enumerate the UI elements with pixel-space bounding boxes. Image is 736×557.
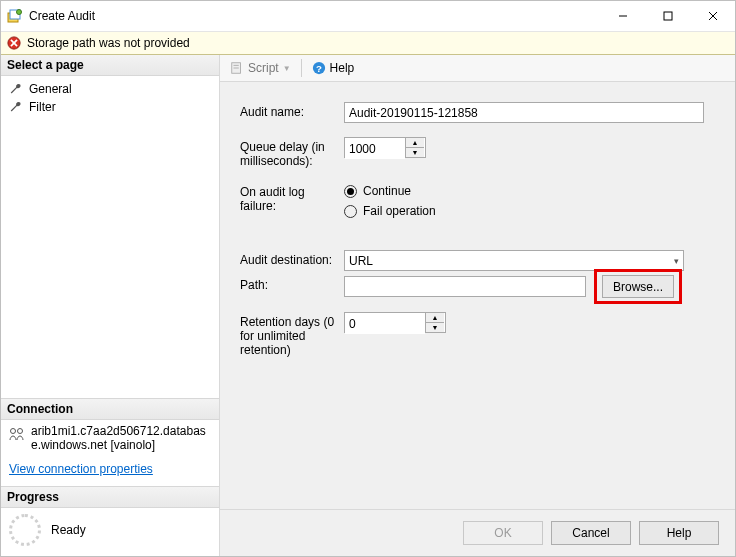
- spin-up-icon[interactable]: ▲: [426, 313, 444, 323]
- view-connection-properties-link[interactable]: View connection properties: [1, 460, 219, 486]
- retention-spinner[interactable]: ▲ ▼: [344, 312, 446, 333]
- page-item-label: Filter: [29, 100, 56, 114]
- retention-label: Retention days (0 for unlimited retentio…: [240, 312, 344, 357]
- audit-name-input[interactable]: [344, 102, 704, 123]
- error-bar: Storage path was not provided: [1, 32, 735, 55]
- progress-block: Ready: [1, 508, 219, 556]
- radio-label: Continue: [363, 184, 411, 198]
- page-filter[interactable]: Filter: [1, 98, 219, 116]
- spin-down-icon[interactable]: ▼: [406, 148, 424, 157]
- page-item-label: General: [29, 82, 72, 96]
- pages-header: Select a page: [1, 55, 219, 76]
- error-message: Storage path was not provided: [27, 36, 190, 50]
- help-label: Help: [330, 61, 355, 75]
- progress-status: Ready: [51, 523, 86, 537]
- footer: OK Cancel Help: [220, 509, 735, 556]
- path-input[interactable]: [344, 276, 586, 297]
- svg-point-10: [11, 429, 16, 434]
- help-button-footer[interactable]: Help: [639, 521, 719, 545]
- audit-name-label: Audit name:: [240, 102, 344, 119]
- svg-text:?: ?: [316, 63, 322, 74]
- chevron-down-icon: ▾: [674, 256, 679, 266]
- queue-delay-input[interactable]: [345, 138, 405, 159]
- radio-continue[interactable]: Continue: [344, 184, 707, 198]
- radio-icon: [344, 205, 357, 218]
- error-icon: [7, 36, 21, 50]
- app-icon: [7, 8, 23, 24]
- connection-block: arib1mi1.c7aa2d506712.database.windows.n…: [1, 420, 219, 460]
- toolbar-separator: [301, 59, 302, 77]
- spin-up-icon[interactable]: ▲: [406, 138, 424, 148]
- help-button[interactable]: ? Help: [308, 59, 359, 77]
- on-failure-label: On audit log failure:: [240, 182, 344, 213]
- script-icon: [230, 61, 244, 75]
- queue-delay-spinner[interactable]: ▲ ▼: [344, 137, 426, 158]
- wrench-icon: [9, 82, 23, 96]
- radio-fail-operation[interactable]: Fail operation: [344, 204, 707, 218]
- radio-label: Fail operation: [363, 204, 436, 218]
- script-label: Script: [248, 61, 279, 75]
- window-title: Create Audit: [29, 9, 600, 23]
- close-button[interactable]: [690, 2, 735, 31]
- progress-spinner-icon: [9, 514, 41, 546]
- destination-select[interactable]: URL ▾: [344, 250, 684, 271]
- progress-header: Progress: [1, 486, 219, 508]
- maximize-button[interactable]: [645, 2, 690, 31]
- browse-button[interactable]: Browse...: [602, 275, 674, 298]
- browse-highlight: Browse...: [594, 269, 682, 304]
- path-label: Path:: [240, 275, 344, 292]
- wrench-icon: [9, 100, 23, 114]
- script-button[interactable]: Script ▼: [226, 59, 295, 77]
- spin-down-icon[interactable]: ▼: [426, 323, 444, 332]
- title-bar: Create Audit: [1, 1, 735, 32]
- cancel-button[interactable]: Cancel: [551, 521, 631, 545]
- queue-delay-label: Queue delay (in milliseconds):: [240, 137, 344, 168]
- svg-rect-4: [664, 12, 672, 20]
- toolbar: Script ▼ ? Help: [220, 55, 735, 82]
- svg-point-2: [17, 10, 22, 15]
- radio-icon: [344, 185, 357, 198]
- connection-header: Connection: [1, 398, 219, 420]
- ok-button[interactable]: OK: [463, 521, 543, 545]
- chevron-down-icon: ▼: [283, 64, 291, 73]
- destination-value: URL: [349, 254, 373, 268]
- svg-point-11: [18, 429, 23, 434]
- right-pane: Script ▼ ? Help Audit name: Queue d: [220, 55, 735, 556]
- destination-label: Audit destination:: [240, 250, 344, 267]
- retention-input[interactable]: [345, 313, 425, 334]
- page-list: General Filter: [1, 76, 219, 120]
- server-icon: [9, 426, 25, 442]
- page-general[interactable]: General: [1, 80, 219, 98]
- minimize-button[interactable]: [600, 2, 645, 31]
- left-pane: Select a page General Filter Connection: [1, 55, 220, 556]
- connection-text: arib1mi1.c7aa2d506712.database.windows.n…: [31, 424, 211, 452]
- form-area: Audit name: Queue delay (in milliseconds…: [220, 82, 735, 509]
- help-icon: ?: [312, 61, 326, 75]
- dialog-window: Create Audit Storage path was not provid…: [0, 0, 736, 557]
